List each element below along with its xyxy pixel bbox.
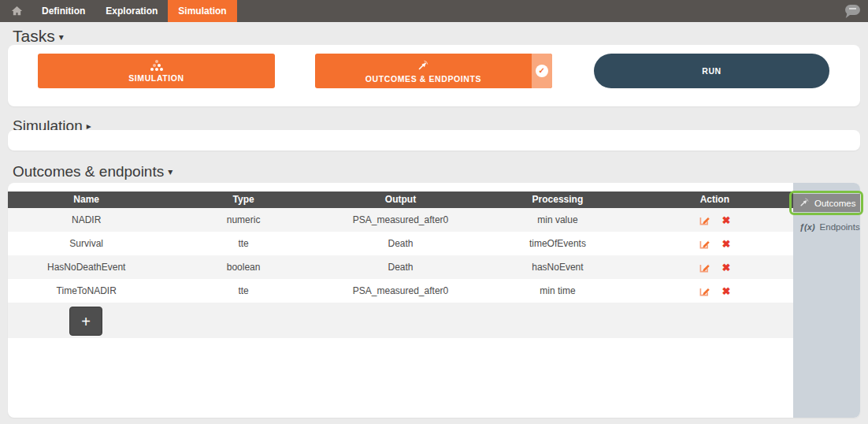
- edit-icon[interactable]: [699, 285, 710, 297]
- cell-actions: ✖: [636, 285, 793, 297]
- outcomes-button-main: OUTCOMES & ENDPOINTS: [315, 54, 532, 88]
- simulation-panel: [8, 130, 860, 151]
- table-row: NADIR numeric PSA_measured_after0 min va…: [8, 208, 793, 232]
- nav-tab-definition[interactable]: Definition: [32, 0, 95, 22]
- outcomes-button-label: OUTCOMES & ENDPOINTS: [365, 74, 481, 84]
- chevron-down-icon: ▾: [59, 32, 64, 43]
- cell-processing: min time: [479, 285, 636, 296]
- app-window: Definition Exploration Simulation Tasks▾…: [0, 0, 868, 424]
- simulation-button-label: SIMULATION: [128, 73, 184, 83]
- nav-tab-exploration[interactable]: Exploration: [95, 0, 168, 22]
- sidebar-tab-endpoints[interactable]: ƒ(x) Endpoints: [793, 218, 860, 236]
- table-header: Name Type Output Processing Action: [8, 192, 793, 208]
- fx-icon: ƒ(x): [799, 222, 815, 232]
- cell-actions: ✖: [636, 262, 793, 273]
- tasks-panel: SIMULATION OUTCOMES & ENDPOINTS ✓ RUN: [8, 45, 860, 106]
- cell-type: tte: [165, 238, 321, 249]
- column-header-name: Name: [8, 192, 165, 208]
- cell-type: tte: [165, 285, 321, 296]
- tasks-heading-label: Tasks: [13, 27, 55, 45]
- top-nav: Definition Exploration Simulation: [0, 0, 868, 22]
- cell-type: boolean: [165, 262, 321, 273]
- click-target-icon: [417, 59, 429, 73]
- edit-icon[interactable]: [699, 262, 710, 273]
- home-icon[interactable]: [10, 5, 24, 17]
- outcomes-panel: Name Type Output Processing Action NADIR…: [8, 183, 860, 418]
- outcomes-heading-label: Outcomes & endpoints: [13, 163, 164, 180]
- edit-icon[interactable]: [699, 238, 710, 250]
- chat-bubble-icon[interactable]: [845, 5, 860, 15]
- check-icon: ✓: [536, 65, 548, 77]
- cell-actions: ✖: [636, 214, 793, 226]
- cell-output: PSA_measured_after0: [322, 214, 479, 225]
- cell-output: PSA_measured_after0: [322, 285, 479, 296]
- delete-x-icon[interactable]: ✖: [721, 262, 730, 273]
- click-target-icon: [799, 197, 810, 209]
- cell-processing: timeOfEvents: [479, 238, 636, 249]
- edit-icon[interactable]: [699, 214, 710, 226]
- column-header-processing: Processing: [479, 192, 636, 208]
- delete-x-icon[interactable]: ✖: [721, 285, 730, 297]
- sidebar-tab-outcomes-label: Outcomes: [814, 199, 855, 208]
- cell-name: HasNoDeathEvent: [8, 262, 165, 273]
- simulation-task-button[interactable]: SIMULATION: [38, 54, 275, 88]
- cell-name: TimeToNADIR: [8, 285, 165, 296]
- cell-output: Death: [322, 262, 479, 273]
- tasks-section-heading[interactable]: Tasks▾: [13, 27, 64, 46]
- cell-processing: hasNoEvent: [479, 262, 636, 273]
- cell-name: NADIR: [8, 214, 165, 225]
- run-button[interactable]: RUN: [594, 54, 829, 88]
- cell-type: numeric: [165, 214, 321, 225]
- chevron-down-icon: ▾: [168, 166, 172, 177]
- cell-name: Survival: [8, 238, 165, 249]
- cluster-dots-icon: [150, 60, 163, 71]
- sidebar-tab-outcomes[interactable]: Outcomes: [793, 194, 860, 212]
- cell-output: Death: [322, 238, 479, 249]
- cell-processing: min value: [479, 214, 636, 225]
- table-row: Survival tte Death timeOfEvents ✖: [8, 232, 793, 255]
- column-header-action: Action: [636, 192, 793, 208]
- add-outcome-row: +: [8, 303, 793, 338]
- column-header-type: Type: [165, 192, 321, 208]
- delete-x-icon[interactable]: ✖: [721, 214, 730, 226]
- table-row: TimeToNADIR tte PSA_measured_after0 min …: [8, 279, 793, 303]
- task-complete-badge: ✓: [532, 54, 552, 88]
- add-outcome-button[interactable]: +: [69, 307, 102, 336]
- outcomes-sidebar: Outcomes ƒ(x) Endpoints: [793, 183, 860, 418]
- outcomes-endpoints-task-button[interactable]: OUTCOMES & ENDPOINTS ✓: [315, 54, 552, 88]
- cell-actions: ✖: [636, 238, 793, 250]
- table-row: HasNoDeathEvent boolean Death hasNoEvent…: [8, 255, 793, 279]
- outcomes-section-heading[interactable]: Outcomes & endpoints▾: [13, 163, 172, 180]
- nav-tab-simulation[interactable]: Simulation: [168, 0, 236, 22]
- delete-x-icon[interactable]: ✖: [721, 238, 730, 250]
- column-header-output: Output: [322, 192, 479, 208]
- table-body: NADIR numeric PSA_measured_after0 min va…: [8, 208, 793, 303]
- sidebar-tab-endpoints-label: Endpoints: [820, 222, 860, 232]
